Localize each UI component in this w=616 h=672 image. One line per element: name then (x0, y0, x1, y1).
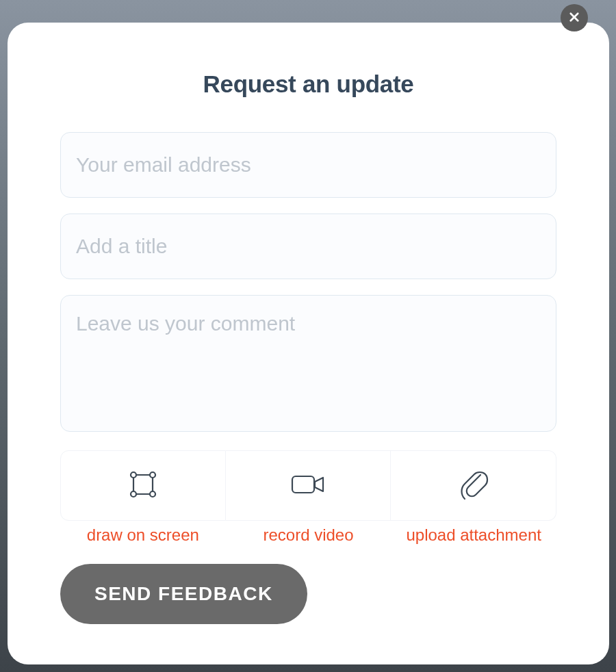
draw-icon (126, 467, 160, 504)
title-field[interactable] (60, 214, 556, 279)
action-item-upload: upload attachment (391, 450, 556, 545)
close-button[interactable] (561, 4, 588, 31)
comment-field[interactable] (60, 295, 556, 432)
draw-on-screen-button[interactable] (60, 450, 226, 521)
svg-point-3 (131, 472, 136, 478)
video-icon (289, 471, 327, 501)
svg-rect-2 (133, 475, 153, 494)
attachment-icon (457, 467, 490, 505)
draw-label: draw on screen (60, 526, 226, 545)
record-label: record video (226, 526, 392, 545)
svg-rect-7 (292, 476, 314, 493)
send-feedback-button[interactable]: SEND FEEDBACK (60, 564, 307, 624)
action-item-record: record video (226, 450, 392, 545)
svg-point-4 (150, 472, 155, 478)
action-item-draw: draw on screen (60, 450, 226, 545)
upload-attachment-button[interactable] (391, 450, 556, 521)
action-row: draw on screen record video (60, 450, 556, 545)
close-icon (568, 11, 580, 25)
svg-point-6 (150, 491, 155, 497)
modal-title: Request an update (60, 70, 556, 98)
record-video-button[interactable] (226, 450, 392, 521)
email-field[interactable] (60, 132, 556, 198)
svg-point-5 (131, 491, 136, 497)
upload-label: upload attachment (391, 526, 556, 545)
feedback-modal: Request an update draw on screen (8, 23, 609, 664)
